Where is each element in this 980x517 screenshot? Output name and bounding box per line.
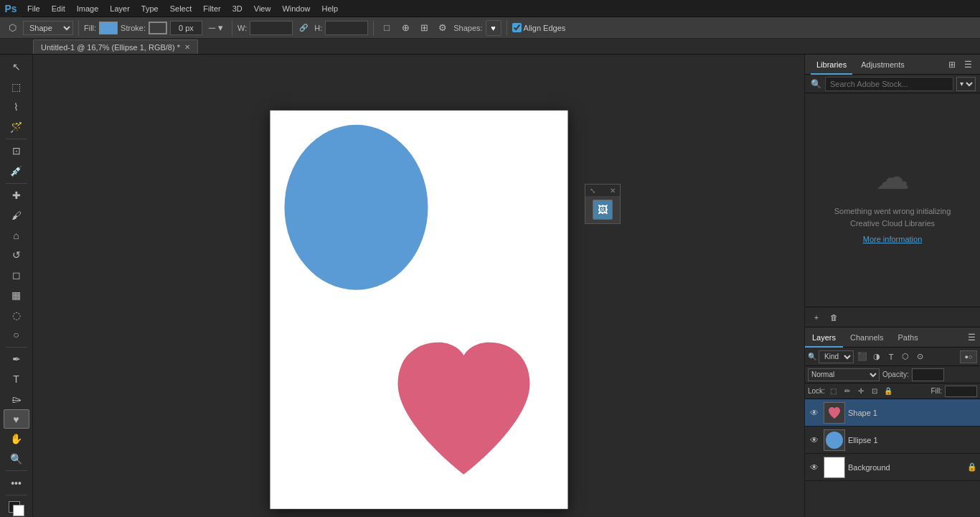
opacity-input[interactable]: 100%: [912, 368, 944, 381]
stroke-width-input[interactable]: [170, 21, 202, 35]
filter-pixel-icon[interactable]: ⬛: [856, 350, 869, 363]
adjustments-tab[interactable]: Adjustments: [855, 55, 910, 75]
float-image-icon[interactable]: 🖼: [593, 200, 613, 220]
shape-preview[interactable]: ♥: [486, 20, 501, 36]
document-tab[interactable]: Untitled-1 @ 16,7% (Ellipse 1, RGB/8) * …: [33, 39, 198, 54]
filter-smart-icon[interactable]: ⊙: [913, 350, 926, 363]
libraries-tab[interactable]: Libraries: [811, 55, 852, 75]
clone-stamp-tool[interactable]: ⌂: [4, 225, 29, 245]
filter-shape-icon[interactable]: ⬡: [899, 350, 912, 363]
filter-search-icon[interactable]: 🔍: [808, 353, 816, 360]
magic-wand-tool[interactable]: 🪄: [4, 117, 29, 136]
text-tool[interactable]: T: [4, 370, 29, 389]
lib-search-icon[interactable]: 🔍: [809, 78, 822, 90]
filter-text-icon[interactable]: T: [885, 350, 897, 363]
blend-mode-select[interactable]: Normal: [808, 368, 880, 381]
lib-grid-icon[interactable]: ⊞: [946, 58, 958, 71]
more-tools[interactable]: •••: [4, 473, 29, 493]
lock-move-icon[interactable]: ✛: [855, 386, 867, 397]
height-input[interactable]: 1500 px: [325, 21, 368, 35]
float-close-icon[interactable]: ✕: [608, 185, 618, 195]
lib-add-icon[interactable]: +: [809, 310, 824, 325]
healing-tool[interactable]: ✚: [4, 186, 29, 205]
crop-tool[interactable]: ⊡: [4, 141, 29, 161]
float-panel-content: 🖼: [585, 196, 620, 223]
menu-filter[interactable]: Filter: [197, 0, 226, 17]
menu-file[interactable]: File: [22, 0, 46, 17]
layer-eye-ellipse1[interactable]: 👁: [808, 434, 821, 447]
ellipse-shape: [284, 125, 428, 290]
foreground-color[interactable]: [4, 498, 29, 517]
lib-filter-dropdown[interactable]: ▾: [956, 77, 976, 91]
lib-toolbar: 🔍 ▾: [805, 75, 980, 93]
layer-eye-background[interactable]: 👁: [808, 461, 821, 474]
tool-sep-1: [6, 139, 27, 139]
menu-select[interactable]: Select: [164, 0, 198, 17]
selection-tool[interactable]: ⬚: [4, 78, 29, 97]
path-ops-icon[interactable]: □: [379, 20, 395, 36]
move-tool[interactable]: ↖: [4, 57, 29, 77]
menu-image[interactable]: Image: [71, 0, 105, 17]
menu-layer[interactable]: Layer: [104, 0, 136, 17]
path-selection-tool[interactable]: ⌲: [4, 389, 29, 409]
lock-transparent-icon[interactable]: ⬚: [828, 386, 839, 397]
float-expand-icon[interactable]: ⤡: [588, 185, 598, 195]
menu-view[interactable]: View: [248, 0, 277, 17]
hand-tool[interactable]: ✋: [4, 429, 29, 449]
path-arrange-icon[interactable]: ⊞: [416, 20, 432, 36]
gradient-tool[interactable]: ▦: [4, 286, 29, 305]
tool-preset-icon[interactable]: ⬡: [4, 20, 20, 36]
shapes-label: Shapes:: [453, 24, 482, 32]
lib-delete-icon[interactable]: 🗑: [826, 310, 841, 325]
brush-tool[interactable]: 🖌: [4, 205, 29, 225]
shape-tool[interactable]: ♥: [4, 409, 29, 429]
shape-mode-dropdown[interactable]: Shape Path Pixels: [23, 21, 73, 35]
tab-layers[interactable]: Layers: [805, 327, 843, 348]
layer-row-ellipse1[interactable]: 👁 Ellipse 1: [805, 427, 980, 454]
pen-tool[interactable]: ✒: [4, 350, 29, 369]
history-brush-tool[interactable]: ↺: [4, 246, 29, 265]
filter-toggle-icon[interactable]: ●○: [960, 350, 977, 363]
layer-row-shape1[interactable]: 👁 Shape 1: [805, 399, 980, 427]
menu-help[interactable]: Help: [316, 0, 344, 17]
menu-window[interactable]: Window: [276, 0, 316, 17]
blur-tool[interactable]: ◌: [4, 305, 29, 325]
filter-toggle: ●○: [960, 350, 977, 363]
lock-all-icon[interactable]: 🔒: [882, 386, 894, 397]
menu-edit[interactable]: Edit: [46, 0, 71, 17]
layers-menu-icon[interactable]: ☰: [968, 332, 976, 343]
fill-input[interactable]: 100%: [945, 386, 977, 397]
stroke-color-picker[interactable]: [149, 22, 167, 34]
zoom-tool[interactable]: 🔍: [4, 450, 29, 469]
settings-icon[interactable]: ⚙: [435, 20, 451, 36]
lib-list-icon[interactable]: ☰: [961, 58, 974, 71]
menu-3d[interactable]: 3D: [227, 0, 248, 17]
filter-adjust-icon[interactable]: ◑: [870, 350, 883, 363]
lib-search-input[interactable]: [825, 77, 953, 91]
stroke-style-dropdown[interactable]: ─ ▾: [205, 20, 227, 36]
tab-paths[interactable]: Paths: [891, 327, 925, 348]
align-edges-check[interactable]: Align Edges: [512, 23, 566, 32]
dodge-tool[interactable]: ○: [4, 325, 29, 345]
layer-eye-shape1[interactable]: 👁: [808, 406, 821, 419]
float-panel-header: ⤡ ✕: [585, 185, 620, 196]
lasso-tool[interactable]: ⌇: [4, 98, 29, 117]
fill-color-picker[interactable]: [99, 22, 118, 34]
doc-tab-close[interactable]: ✕: [184, 43, 190, 51]
link-dimensions-icon[interactable]: 🔗: [296, 20, 311, 36]
lock-paint-icon[interactable]: ✏: [842, 386, 853, 397]
options-bar: ⬡ Shape Path Pixels Fill: Stroke: ─ ▾ W:…: [0, 17, 980, 39]
path-align-icon[interactable]: ⊕: [397, 20, 413, 36]
tool-sep-4: [6, 470, 27, 471]
lib-panel-icons: ⊞ ☰: [946, 58, 974, 71]
lock-artboard-icon[interactable]: ⊡: [869, 386, 880, 397]
layers-filter: 🔍 Kind ⬛ ◑ T ⬡ ⊙ ●○: [805, 348, 980, 366]
eyedropper-tool[interactable]: 💉: [4, 162, 29, 181]
menu-type[interactable]: Type: [136, 0, 164, 17]
eraser-tool[interactable]: ◻: [4, 266, 29, 285]
tab-channels[interactable]: Channels: [843, 327, 890, 348]
lib-more-link[interactable]: More information: [863, 235, 923, 243]
layer-row-background[interactable]: 👁 Background 🔒: [805, 454, 980, 481]
filter-kind-select[interactable]: Kind: [819, 350, 854, 363]
width-input[interactable]: 1228 px: [250, 21, 293, 35]
